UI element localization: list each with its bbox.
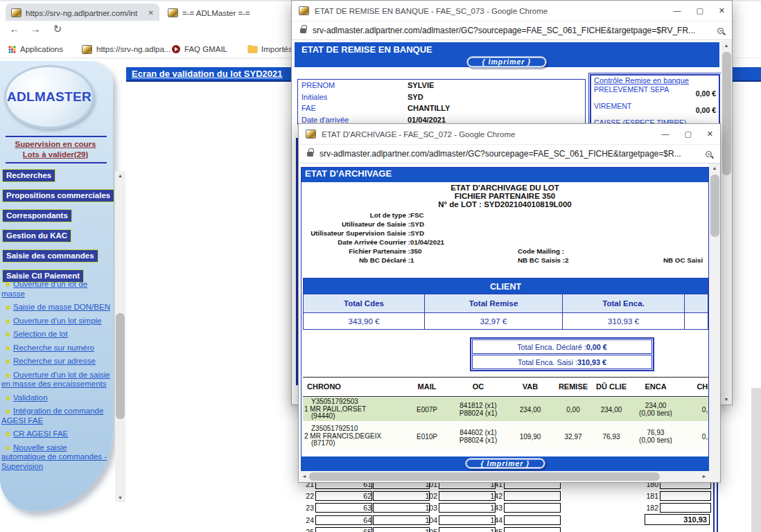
table-input-cell[interactable] [373, 491, 430, 501]
scroll-thumb[interactable] [309, 472, 660, 481]
sidebar-button-0[interactable]: Recherches [2, 169, 55, 182]
table-input-cell[interactable] [439, 527, 496, 532]
table-input-cell[interactable] [504, 515, 561, 525]
sidebar-link-10[interactable]: Nouvelle saisie automatique de commandes… [1, 443, 111, 472]
table-input-cell[interactable] [504, 503, 561, 513]
sidebar-link-9[interactable]: CR AGESI FAE [1, 429, 111, 439]
browser-tab-2[interactable]: =-= ADLMaster =-= [162, 3, 301, 22]
sidebar-link-4[interactable]: Recherche sur numéro [1, 344, 111, 353]
sidebar-links: Ouverture d'un lot de masseSaisie de mas… [1, 280, 111, 475]
mail-cell: E007P [407, 406, 447, 414]
tab-close-icon[interactable]: ✕ [148, 9, 154, 17]
sidebar-button-3[interactable]: Gestion du KAC [2, 229, 71, 242]
imprimer-button[interactable]: { Imprimer } [465, 458, 545, 469]
adl-favicon [299, 6, 309, 15]
chrono-line: Z35051792510 [311, 425, 407, 433]
bookmark-importes[interactable]: Importés [248, 43, 292, 55]
table-input-cell[interactable] [504, 491, 561, 501]
sidebar-buttons: RecherchesPropositions commercialesCorre… [2, 169, 112, 290]
total-saisi-row: Total Enca. Saisi :310,93 € [472, 355, 652, 369]
close-icon[interactable]: ✕ [719, 6, 725, 15]
detail-table-row: Y350517925031 MR PAUL,ORSET(94440)E007P8… [303, 398, 708, 421]
archivage-url-bar[interactable]: srv-adlmaster.adlpartner.com/adlmaster/G… [299, 145, 720, 163]
bullet-icon [6, 396, 10, 400]
scroll-up-icon[interactable]: ▲ [721, 41, 732, 51]
sidebar-scroll-thumb[interactable] [116, 313, 125, 419]
sidebar-link-3[interactable]: Selection de lot [1, 330, 111, 339]
minimize-icon[interactable]: — [661, 130, 669, 139]
scroll-right-icon[interactable]: ► [699, 471, 709, 482]
sidebar-link-8[interactable]: Intégration de commande AGESI FAE [1, 407, 111, 425]
sidebar-button-1[interactable]: Propositions commerciales [2, 189, 114, 202]
supervision-link[interactable]: Supervision en cours [3, 140, 108, 148]
scroll-up-icon[interactable]: ▲ [709, 163, 720, 173]
enca-line: 234,00 [627, 402, 684, 409]
sidebar-link-5[interactable]: Recherche sur adresse [1, 357, 111, 366]
scroll-up-icon[interactable]: ▲ [115, 171, 125, 180]
scroll-left-icon[interactable]: ◄ [299, 471, 309, 482]
sidebar-link-7[interactable]: Validation [1, 393, 111, 403]
bookmark-adl[interactable]: https://srv-ng.adlpa... [82, 43, 170, 55]
table-input-cell[interactable] [373, 527, 430, 532]
scroll-thumb[interactable] [710, 175, 719, 237]
row-number: 25 [300, 528, 315, 532]
zoom-icon[interactable] [706, 151, 712, 157]
detail-column-header: REMISE [551, 383, 595, 391]
field-label: Date d'arrivée [301, 116, 349, 124]
bg-table-row: 105 [423, 526, 496, 532]
horizontal-scrollbar[interactable]: ◄ ► [299, 471, 709, 482]
back-icon[interactable]: ← [7, 23, 22, 35]
table-input-cell[interactable] [504, 527, 561, 532]
page-scrollbar[interactable] [751, 388, 761, 532]
row-number: 104 [423, 516, 439, 524]
info-row: PRENOM SYLVIE [298, 80, 585, 91]
table-input-cell[interactable] [660, 491, 711, 501]
table-input-cell[interactable] [439, 503, 496, 513]
detail-table-header: CHRONOMAILOCVABREMISEDÛ CLIEENCACHE [303, 377, 708, 397]
oc-line: P88024 (x1) [447, 409, 509, 417]
maximize-icon[interactable]: ▢ [696, 6, 703, 15]
maximize-icon[interactable]: ▢ [684, 130, 691, 139]
table-input-cell[interactable] [660, 503, 711, 513]
scroll-down-icon[interactable]: ▼ [721, 395, 732, 405]
lot-number: N° de LOT : SYD202104010819L000 [301, 200, 709, 209]
chrono-line: Y35051792503 [311, 398, 407, 406]
scroll-down-icon[interactable]: ▼ [115, 493, 125, 502]
remise-title-bar[interactable]: ETAT DE REMISE EN BANQUE - FAE_SC_073 - … [292, 1, 732, 21]
chrono-cell: Z350517925102 MR FRANCIS,DEGEIX(87170) [303, 425, 407, 447]
sidebar-link-2[interactable]: Ouverture d'un lot simple [1, 317, 111, 326]
sidebar-link-6[interactable]: Ouverture d'un lot de saisie en masse de… [1, 371, 111, 389]
info-line: Utilisateur de Saisie :SYD [301, 220, 709, 229]
zoom-icon[interactable] [717, 28, 724, 34]
browser-tab-1[interactable]: https://srv-ng.adlpartner.com/int ✕ [6, 3, 159, 22]
bullet-icon [6, 446, 10, 450]
sidebar-link-0[interactable]: Ouverture d'un lot de masse [1, 280, 111, 299]
table-input-cell[interactable] [373, 503, 430, 513]
sidebar-button-2[interactable]: Correspondants [2, 209, 72, 222]
archivage-title-bar[interactable]: ETAT D'ARCHIVAGE - FAE_SC_072 - Google C… [299, 124, 720, 145]
row-number: 103 [423, 504, 439, 512]
scrollbar-corner [709, 471, 720, 482]
table-input-cell[interactable] [373, 515, 430, 525]
total-remise-value: 32,97 € [425, 313, 563, 330]
bookmark-faq-gmail[interactable]: FAQ GMAIL [172, 43, 227, 55]
bookmark-applications[interactable]: Applications [8, 43, 63, 55]
remise-url-bar[interactable]: srv-adlmaster.adlpartner.com/adlmaster/G… [292, 21, 732, 40]
table-input-cell[interactable] [439, 515, 496, 525]
imprimer-button[interactable]: { Imprimer } [466, 56, 547, 68]
bullet-icon [6, 409, 10, 414]
controle-remise-link[interactable]: Contrôle Remise en banque [594, 76, 716, 85]
sidebar-button-4[interactable]: Saisie des commandes [2, 249, 98, 263]
forward-icon[interactable]: → [28, 23, 43, 35]
reload-icon[interactable]: ↻ [50, 23, 65, 35]
scroll-thumb[interactable] [722, 52, 731, 175]
close-icon[interactable]: ✕ [707, 130, 713, 139]
table-input-cell[interactable] [439, 491, 496, 501]
column-header: Total Enca. [563, 294, 685, 313]
sidebar-link-1[interactable]: Saisie de masse DON/BEN [1, 303, 111, 312]
field-label: FAE [301, 104, 316, 112]
sidebar-link-label: Saisie de masse DON/BEN [13, 303, 110, 311]
window-controls: — ▢ ✕ [661, 130, 713, 139]
minimize-icon[interactable]: — [673, 6, 681, 15]
lots-a-valider-link[interactable]: Lots à valider(29) [3, 150, 108, 159]
